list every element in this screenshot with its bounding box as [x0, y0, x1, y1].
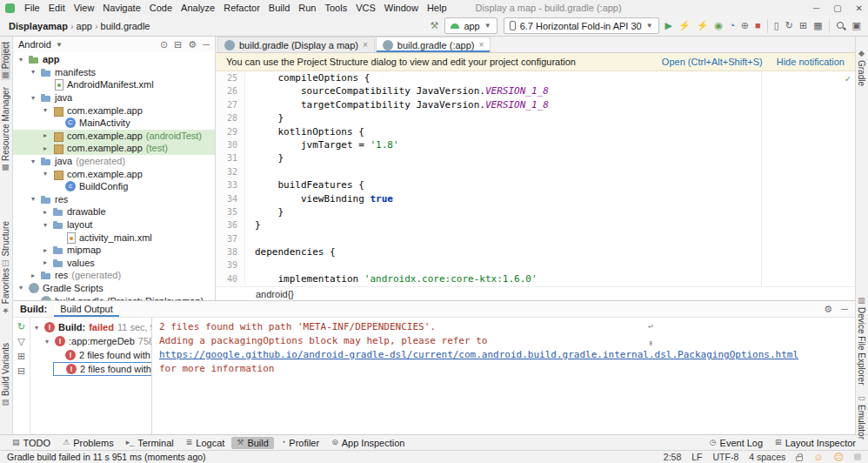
- menu-build[interactable]: Build: [264, 2, 294, 14]
- tree-chevron-down-icon[interactable]: ▾: [32, 324, 41, 332]
- soft-wrap-icon[interactable]: ↩: [648, 319, 653, 333]
- code-line[interactable]: 26 sourceCompatibility JavaVersion.VERSI…: [216, 84, 855, 97]
- tool-window-button-build[interactable]: ⚒Build: [231, 437, 274, 449]
- attach-debugger-button[interactable]: ⊕: [741, 21, 749, 30]
- code-line[interactable]: 27 targetCompatibility JavaVersion.VERSI…: [216, 98, 855, 111]
- sad-face-icon[interactable]: ☹: [834, 452, 844, 463]
- tool-window-button-problems[interactable]: ⚠Problems: [57, 437, 119, 449]
- lock-icon[interactable]: [796, 456, 803, 461]
- tree-item[interactable]: ▾java: [13, 91, 215, 104]
- locate-file-icon[interactable]: ⊙: [160, 40, 168, 50]
- restart-build-icon[interactable]: ↻: [17, 322, 25, 332]
- sdk-manager-icon[interactable]: ⊞: [799, 21, 807, 30]
- tree-chevron-down-icon[interactable]: ▾: [29, 94, 37, 102]
- status-caret-position[interactable]: 2:58: [664, 452, 681, 462]
- code-line[interactable]: 36}: [216, 218, 855, 232]
- tool-strip-button-build-variants[interactable]: ▤Build Variants: [1, 343, 10, 407]
- code-line[interactable]: 34 viewBinding true: [216, 192, 855, 205]
- tree-item[interactable]: ▸com.example.app (androidTest): [13, 130, 215, 143]
- status-encoding[interactable]: UTF-8: [713, 452, 739, 462]
- status-line-ending[interactable]: LF: [691, 452, 702, 462]
- menu-edit[interactable]: Edit: [44, 2, 70, 14]
- apply-code-changes-button[interactable]: ⚡: [697, 21, 709, 30]
- hide-notification-link[interactable]: Hide notification: [777, 57, 845, 67]
- breadcrumb-app[interactable]: app: [75, 21, 94, 31]
- tool-window-button-profiler[interactable]: ◔Profiler: [276, 437, 324, 449]
- device-manager-icon[interactable]: ▯: [774, 21, 779, 30]
- tree-chevron-right-icon[interactable]: ▸: [41, 246, 50, 254]
- menu-window[interactable]: Window: [380, 2, 423, 14]
- code-line[interactable]: 37: [216, 232, 855, 245]
- menu-help[interactable]: Help: [423, 2, 451, 14]
- menu-navigate[interactable]: Navigate: [98, 2, 144, 14]
- sync-project-icon[interactable]: ↻: [785, 21, 793, 30]
- code-line[interactable]: 25 compileOptions {: [216, 71, 855, 84]
- menu-vcs[interactable]: VCS: [351, 2, 380, 14]
- tree-chevron-down-icon[interactable]: ▾: [41, 170, 50, 178]
- status-indent-setting[interactable]: 4 spaces: [749, 452, 785, 462]
- tab-close-icon[interactable]: ×: [363, 40, 368, 50]
- editor-breadcrumb[interactable]: android{}: [216, 286, 855, 300]
- tool-strip-button-device-file-explorer[interactable]: ▥Device File Explorer: [857, 296, 866, 385]
- maximize-icon[interactable]: ▢: [833, 3, 841, 13]
- code-line[interactable]: 32: [216, 165, 855, 178]
- profile-button[interactable]: ◔: [729, 21, 735, 30]
- tree-item[interactable]: ▾com.example.app: [13, 104, 215, 117]
- run-configuration-select[interactable]: app ▼: [444, 17, 497, 34]
- tool-strip-button-structure[interactable]: ◫Structure: [1, 221, 10, 268]
- tree-chevron-down-icon[interactable]: ▾: [29, 158, 37, 165]
- tree-item[interactable]: ▾layout: [13, 218, 215, 232]
- tree-item[interactable]: ▸drawable: [13, 205, 215, 218]
- tool-window-button-terminal[interactable]: ▸_Terminal: [121, 437, 179, 449]
- tree-chevron-down-icon[interactable]: ▾: [43, 338, 51, 346]
- tree-item[interactable]: ▸mipmap: [13, 244, 215, 257]
- tree-chevron-down-icon[interactable]: ▾: [17, 284, 25, 292]
- tool-strip-button-emulator[interactable]: ▭Emulator: [857, 393, 866, 440]
- tool-window-button-app-inspection[interactable]: ⊚App Inspection: [326, 437, 410, 449]
- collapse-all-icon[interactable]: ⊟: [17, 366, 25, 376]
- code-line[interactable]: 28 }: [216, 111, 855, 124]
- tool-strip-button-favorites[interactable]: ★Favorites: [1, 268, 10, 315]
- tree-chevron-down-icon[interactable]: ▾: [29, 68, 37, 76]
- tree-item[interactable]: ▾manifests: [13, 66, 215, 79]
- tree-item[interactable]: ▾com.example.app: [13, 167, 215, 180]
- tree-chevron-right-icon[interactable]: ▸: [29, 272, 37, 279]
- menu-view[interactable]: View: [70, 2, 99, 14]
- debug-button[interactable]: ◉: [715, 21, 724, 30]
- code-line[interactable]: 31 }: [216, 151, 855, 164]
- build-tree-item[interactable]: ▾:app:mergeDeb 758 ms: [43, 334, 151, 348]
- minimize-icon[interactable]: ─: [813, 3, 819, 13]
- tree-chevron-right-icon[interactable]: ▸: [41, 208, 50, 216]
- editor-tab[interactable]: build.gradle (:app)×: [376, 37, 491, 52]
- menu-file[interactable]: File: [20, 2, 44, 14]
- code-line[interactable]: 38dependencies {: [216, 245, 855, 258]
- code-line[interactable]: 39: [216, 258, 855, 272]
- tool-strip-button-gradle[interactable]: ◆Gradle: [857, 49, 866, 86]
- menu-refactor[interactable]: Refactor: [219, 2, 264, 14]
- tree-chevron-down-icon[interactable]: ▾: [41, 106, 50, 114]
- tool-strip-button-resource-manager[interactable]: ▩Resource Manager: [1, 87, 10, 172]
- tree-item[interactable]: ▸values: [13, 257, 215, 270]
- filter-icon[interactable]: ▽: [17, 337, 24, 346]
- tree-chevron-right-icon[interactable]: ▸: [41, 144, 50, 152]
- open-project-structure-link[interactable]: Open (Ctrl+Alt+Shift+S): [662, 57, 763, 67]
- tree-item[interactable]: activity_main.xml: [13, 231, 215, 244]
- tree-item[interactable]: ▸com.example.app (test): [13, 142, 215, 155]
- run-button[interactable]: ▶: [665, 21, 672, 30]
- build-tree-item[interactable]: 2 files found with pa: [53, 348, 151, 362]
- menu-analyze[interactable]: Analyze: [177, 2, 219, 14]
- code-line[interactable]: 35 }: [216, 205, 855, 218]
- window-layout-icon[interactable]: ▣: [852, 21, 861, 30]
- code-line[interactable]: 40 implementation 'androidx.core:core-kt…: [216, 272, 855, 285]
- hide-panel-icon[interactable]: ─: [203, 40, 210, 50]
- build-hammer-icon[interactable]: ⚒: [431, 21, 439, 30]
- layout-validation-icon[interactable]: ▦: [813, 21, 822, 30]
- tree-item[interactable]: ▾Gradle Scripts: [13, 282, 215, 295]
- tool-strip-button-project[interactable]: ▦Project: [1, 42, 10, 80]
- apply-changes-button[interactable]: ⚡: [678, 21, 691, 30]
- happy-face-icon[interactable]: ☺: [813, 452, 823, 462]
- code-editor[interactable]: 25 compileOptions {26 sourceCompatibilit…: [216, 71, 855, 286]
- tool-window-button-todo[interactable]: ▤TODO: [7, 437, 56, 449]
- tool-window-button-event-log[interactable]: ◷Event Log: [704, 437, 768, 449]
- tree-chevron-down-icon[interactable]: ▾: [41, 221, 50, 229]
